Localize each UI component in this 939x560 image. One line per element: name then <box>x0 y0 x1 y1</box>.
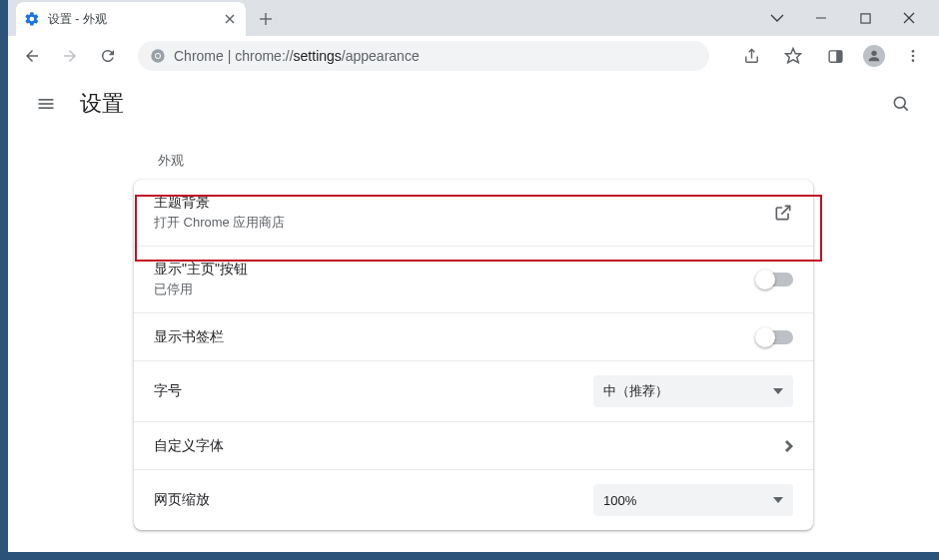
row-title: 网页缩放 <box>154 491 593 509</box>
svg-point-19 <box>912 59 915 62</box>
url-text: Chrome | chrome://settings/appearance <box>174 48 420 64</box>
section-label: 外观 <box>134 152 813 180</box>
gear-icon <box>24 11 40 27</box>
new-tab-button[interactable] <box>252 5 280 33</box>
close-window-button[interactable] <box>895 4 923 32</box>
svg-rect-21 <box>39 103 54 105</box>
svg-rect-5 <box>860 13 869 22</box>
row-desc: 打开 Chrome 应用商店 <box>154 214 773 232</box>
appearance-card: 主题背景 打开 Chrome 应用商店 显示"主页"按钮 已停用 <box>134 180 813 530</box>
bookmark-icon[interactable] <box>779 42 807 70</box>
select-value: 100% <box>603 493 636 508</box>
row-font-size: 字号 中（推荐） <box>134 360 813 421</box>
tab-title: 设置 - 外观 <box>48 11 214 28</box>
address-bar[interactable]: Chrome | chrome://settings/appearance <box>138 41 709 71</box>
minimize-button[interactable] <box>807 4 835 32</box>
row-custom-fonts[interactable]: 自定义字体 <box>134 421 813 469</box>
profile-avatar[interactable] <box>863 45 885 67</box>
chrome-icon <box>150 48 166 64</box>
row-title: 显示书签栏 <box>154 328 757 346</box>
menu-icon[interactable] <box>899 42 927 70</box>
svg-rect-20 <box>39 99 54 101</box>
svg-marker-26 <box>773 388 783 394</box>
svg-point-23 <box>894 97 905 108</box>
svg-point-18 <box>912 55 915 58</box>
svg-line-25 <box>781 206 789 214</box>
toggle-bookmarks-bar[interactable] <box>757 330 793 344</box>
back-button[interactable] <box>18 42 46 70</box>
reload-button[interactable] <box>94 42 122 70</box>
forward-button[interactable] <box>56 42 84 70</box>
toggle-home-button[interactable] <box>757 273 793 286</box>
row-theme[interactable]: 主题背景 打开 Chrome 应用商店 <box>134 180 813 246</box>
row-bookmarks-bar: 显示书签栏 <box>134 312 813 360</box>
search-icon[interactable] <box>887 90 915 118</box>
row-page-zoom: 网页缩放 100% <box>134 469 813 530</box>
row-desc: 已停用 <box>154 280 757 298</box>
maximize-button[interactable] <box>851 4 879 32</box>
browser-tab[interactable]: 设置 - 外观 <box>16 2 246 36</box>
row-home-button: 显示"主页"按钮 已停用 <box>134 246 813 312</box>
svg-marker-12 <box>786 49 801 63</box>
row-title: 显示"主页"按钮 <box>154 261 757 279</box>
page-title: 设置 <box>80 89 124 119</box>
row-title: 字号 <box>154 382 593 400</box>
chevron-right-icon <box>785 440 793 452</box>
svg-line-24 <box>904 107 908 111</box>
select-value: 中（推荐） <box>603 382 668 400</box>
svg-rect-22 <box>39 107 54 109</box>
hamburger-icon[interactable] <box>32 90 60 118</box>
svg-marker-28 <box>773 497 783 503</box>
toolbar: Chrome | chrome://settings/appearance <box>8 36 939 76</box>
open-external-icon <box>773 203 793 223</box>
svg-point-17 <box>912 50 915 53</box>
svg-point-16 <box>871 51 876 56</box>
settings-page: 设置 外观 主题背景 打开 Chrome 应用商店 <box>8 76 939 552</box>
share-icon[interactable] <box>737 42 765 70</box>
row-title: 主题背景 <box>154 194 773 212</box>
row-title: 自定义字体 <box>154 437 785 455</box>
page-zoom-select[interactable]: 100% <box>593 484 793 516</box>
svg-marker-27 <box>785 440 793 452</box>
font-size-select[interactable]: 中（推荐） <box>593 375 793 407</box>
tab-strip: 设置 - 外观 <box>8 0 939 36</box>
chevron-down-icon[interactable] <box>763 4 791 32</box>
close-icon[interactable] <box>222 11 238 27</box>
svg-point-10 <box>156 54 160 58</box>
svg-rect-15 <box>836 50 841 61</box>
side-panel-icon[interactable] <box>821 42 849 70</box>
